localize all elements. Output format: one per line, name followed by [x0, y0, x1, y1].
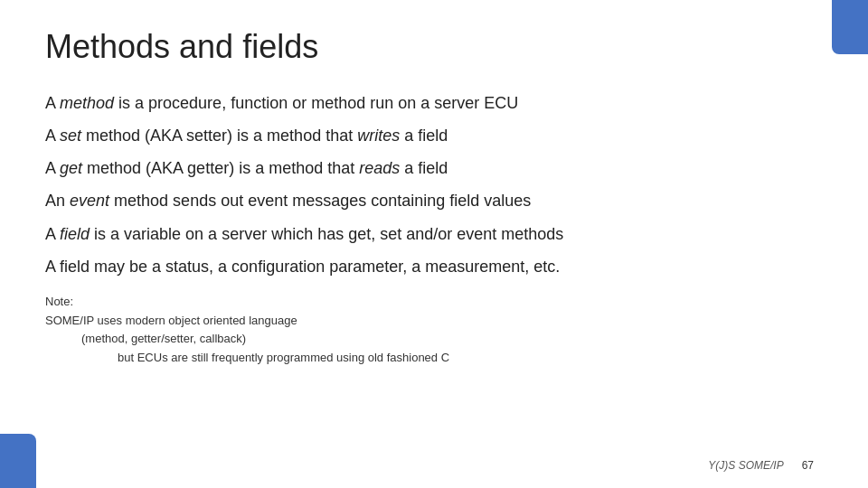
- line-get-method: A get method (AKA getter) is a method th…: [45, 156, 814, 180]
- note-line4: but ECUs are still frequently programmed…: [45, 349, 814, 368]
- line-field: A field is a variable on a server which …: [45, 222, 814, 246]
- line-event-method: An event method sends out event messages…: [45, 189, 814, 212]
- note-line1: Note:: [45, 293, 814, 312]
- corner-decoration-bottom-left: [0, 434, 36, 488]
- footer-page: 67: [802, 459, 814, 472]
- line-set-method: A set method (AKA setter) is a method th…: [45, 124, 814, 147]
- corner-decoration-top-right: [832, 0, 868, 54]
- slide-title: Methods and fields: [45, 27, 814, 66]
- note-line3: (method, getter/setter, callback): [45, 330, 814, 349]
- content-area: A method is a procedure, function or met…: [45, 91, 814, 368]
- line-field-types: A field may be a status, a configuration…: [45, 255, 814, 278]
- line-method: A method is a procedure, function or met…: [45, 91, 814, 115]
- slide: Methods and fields A method is a procedu…: [0, 0, 868, 488]
- note-line2: SOME/IP uses modern object oriented lang…: [45, 312, 814, 331]
- footer-brand: Y(J)S SOME/IP: [708, 459, 783, 472]
- note-block: Note: SOME/IP uses modern object oriente…: [45, 293, 814, 368]
- footer: Y(J)S SOME/IP 67: [708, 459, 814, 472]
